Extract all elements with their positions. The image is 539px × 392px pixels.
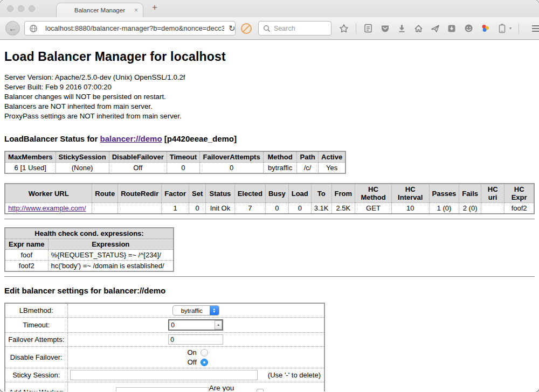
url-bar[interactable]: localhost:8880/balancer-manager?b=demo&n… — [24, 21, 236, 36]
failover-attempts-cell — [67, 333, 324, 347]
section-divider — [4, 219, 535, 220]
new-tab-button[interactable]: + — [152, 2, 157, 13]
balancer-params-table: MaxMembers StickySession DisableFailover… — [4, 151, 346, 174]
tab-title: Balancer Manager — [74, 7, 125, 13]
cell-worker-url: http://www.example.com/ — [5, 203, 92, 214]
col-passes: Passes — [429, 184, 459, 203]
failover-attempts-label: Failover Attempts: — [5, 333, 67, 347]
cell-failoverattempts: 0 — [200, 163, 264, 174]
form-row-timeout: Timeout: ▲ — [5, 318, 324, 333]
balancer-demo-link[interactable]: balancer://demo — [100, 134, 162, 143]
edit-balancer-form: LBmethod: bytraffic ▲▼ Timeout: ▲ — [4, 303, 325, 391]
search-bar[interactable]: Search — [258, 21, 331, 36]
timeout-label: Timeout: — [5, 318, 67, 333]
downloads-icon[interactable] — [397, 24, 406, 33]
lbmethod-select[interactable]: bytraffic ▲▼ — [172, 305, 219, 316]
menu-caret-icon[interactable]: ▾ — [509, 26, 512, 31]
worker-url-link[interactable]: http://www.example.com/ — [8, 204, 86, 212]
workers-table: Worker URL Route RouteRedir Factor Set S… — [4, 183, 535, 214]
cell-stickysession: (None) — [56, 163, 109, 174]
disable-failover-off-radio[interactable] — [201, 359, 208, 366]
col-worker-url: Worker URL — [5, 184, 92, 203]
window-controls[interactable] — [7, 5, 35, 12]
page-title: Load Balancer Manager for localhost — [4, 40, 535, 64]
lbmethod-cell: bytraffic ▲▼ — [67, 303, 324, 318]
disable-failover-on-radio[interactable] — [201, 349, 208, 356]
add-worker-input[interactable] — [116, 387, 209, 392]
col-failoverattempts: FailoverAttempts — [200, 151, 264, 163]
failover-attempts-input[interactable] — [168, 334, 223, 345]
home-icon[interactable] — [413, 24, 423, 33]
toolbar-divider — [356, 23, 356, 34]
bookmark-star-icon[interactable] — [339, 24, 349, 33]
add-worker-cell: Are you sure? — [67, 382, 324, 392]
cell-expr-name: foof2 — [5, 261, 48, 272]
url-text[interactable]: localhost:8880/balancer-manager?b=demo&n… — [45, 24, 224, 32]
tab-strip: Balancer Manager × + — [0, 0, 539, 17]
page-content: Load Balancer Manager for localhost Serv… — [0, 40, 539, 391]
status-heading: LoadBalancer Status for balancer://demo … — [4, 134, 535, 143]
sticky-session-input[interactable] — [70, 370, 258, 380]
health-check-table: Health check cond. expressions: Expr nam… — [4, 227, 174, 272]
inherit-notice-line: Balancers are NOT inherited from main se… — [4, 102, 535, 111]
col-hc-method: HC Method — [355, 184, 392, 203]
server-built-line: Server Built: Feb 9 2016 07:00:20 — [4, 82, 535, 92]
sticky-session-hint: (Use '-' to delete) — [268, 371, 322, 379]
table-header-row: Health check cond. expressions: — [5, 228, 174, 239]
back-button[interactable]: ← — [5, 21, 20, 36]
form-row-disable-failover: Disable Failover: On Off — [5, 347, 324, 368]
col-status: Status — [206, 184, 234, 203]
timeout-input[interactable] — [169, 321, 215, 329]
form-row-sticky-session: Sticky Session: (Use '-' to delete) — [5, 368, 324, 382]
cell-factor: 1 — [162, 203, 189, 214]
cell-from: 2.5K — [331, 203, 355, 214]
cell-fails: 2 (0) — [459, 203, 481, 214]
col-stickysession: StickySession — [56, 151, 109, 163]
are-you-sure-checkbox[interactable] — [257, 389, 264, 392]
colors-addon-icon[interactable] — [480, 24, 490, 33]
cell-hc-uri — [481, 203, 504, 214]
feedback-smiley-icon[interactable] — [464, 24, 473, 33]
col-active: Active — [319, 151, 346, 163]
server-version-line: Server Version: Apache/2.5.0-dev (Unix) … — [4, 73, 535, 82]
cell-disablefailover: Off — [109, 163, 167, 174]
cell-routeredir — [118, 203, 162, 214]
cell-method: bytraffic — [264, 163, 297, 174]
timeout-cell: ▲ — [67, 318, 324, 333]
col-route: Route — [92, 184, 118, 203]
window-minimize-button[interactable] — [18, 5, 24, 12]
col-routeredir: RouteRedir — [118, 184, 162, 203]
table-row: foof2 hc('body') =~ /domain is establish… — [5, 261, 174, 272]
table-row: http://www.example.com/ 1 0 Init Ok 7 0 … — [5, 203, 534, 214]
are-you-sure-label: Are you sure? — [209, 384, 253, 391]
table-header-row: Expr name Expression — [5, 239, 174, 250]
reading-list-icon[interactable] — [363, 24, 373, 33]
tab-balancer-manager[interactable]: Balancer Manager × — [56, 3, 143, 17]
col-hc-expr: HC Expr — [505, 184, 534, 203]
browser-window: Balancer Manager × + ← localhost:8880/ba… — [0, 0, 539, 392]
content-blocked-icon[interactable] — [241, 23, 252, 34]
form-row-lbmethod: LBmethod: bytraffic ▲▼ — [5, 303, 324, 318]
table-row: foof %{REQUEST_STATUS} =~ /^[234]/ — [5, 250, 174, 261]
pocket-icon[interactable] — [380, 24, 390, 33]
window-zoom-button[interactable] — [29, 5, 35, 12]
globe-icon — [29, 24, 38, 33]
cell-status: Init Ok — [206, 203, 234, 214]
sticky-session-cell: (Use '-' to delete) — [67, 368, 324, 382]
col-path: Path — [297, 151, 319, 163]
tab-close-icon[interactable]: × — [134, 6, 138, 14]
hamburger-menu-icon[interactable] — [531, 24, 539, 33]
reload-button[interactable]: ↻ — [229, 24, 236, 33]
window-close-button[interactable] — [7, 5, 13, 12]
col-expression: Expression — [48, 239, 174, 250]
col-hc-uri: HC uri — [481, 184, 504, 203]
device-battery-icon[interactable] — [497, 24, 507, 33]
form-row-failover-attempts: Failover Attempts: — [5, 333, 324, 347]
download-panel-icon[interactable] — [447, 24, 457, 33]
cell-hc-interval: 10 — [391, 203, 429, 214]
lbmethod-label: LBmethod: — [5, 303, 67, 318]
number-spinner-icon[interactable]: ▲ — [215, 320, 222, 330]
cell-timeout: 0 — [167, 163, 199, 174]
cell-route — [92, 203, 118, 214]
send-plane-icon[interactable] — [430, 24, 440, 33]
